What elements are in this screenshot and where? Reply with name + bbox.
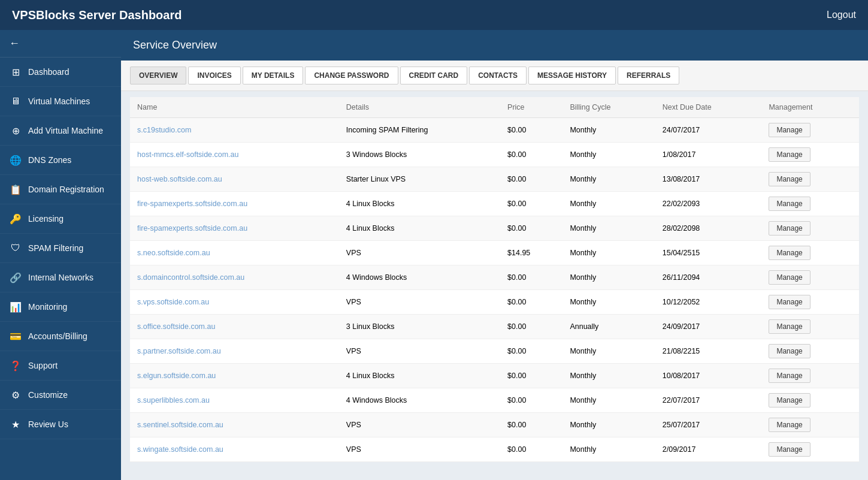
manage-button[interactable]: Manage xyxy=(769,418,810,432)
back-icon: ← xyxy=(9,37,20,50)
cell-name: s.domaincontrol.softside.com.au xyxy=(130,265,339,290)
cell-due: 24/09/2017 xyxy=(655,315,762,339)
sidebar-item-dns-zones[interactable]: 🌐 DNS Zones xyxy=(0,146,121,175)
sidebar-label-dns-zones: DNS Zones xyxy=(28,155,71,165)
sidebar-back-button[interactable]: ← xyxy=(0,30,121,58)
sidebar-item-add-virtual-machine[interactable]: ⊕ Add Virtual Machine xyxy=(0,116,121,146)
sidebar-item-monitoring[interactable]: 📊 Monitoring xyxy=(0,292,121,322)
sidebar-item-virtual-machines[interactable]: 🖥 Virtual Machines xyxy=(0,87,121,116)
sidebar-label-monitoring: Monitoring xyxy=(28,302,67,312)
cell-details: VPS xyxy=(339,290,500,315)
sidebar-item-internal-networks[interactable]: 🔗 Internal Networks xyxy=(0,263,121,292)
sidebar-label-virtual-machines: Virtual Machines xyxy=(28,96,90,106)
table-row: fire-spamexperts.softside.com.au 4 Linux… xyxy=(130,216,859,241)
manage-button[interactable]: Manage xyxy=(769,442,810,457)
sidebar-item-licensing[interactable]: 🔑 Licensing xyxy=(0,204,121,234)
cell-management: Manage xyxy=(761,241,859,265)
sidebar-item-customize[interactable]: ⚙ Customize xyxy=(0,381,121,410)
cell-price: $0.00 xyxy=(500,339,562,364)
tab-change-password[interactable]: CHANGE PASSWORD xyxy=(305,67,398,84)
cell-details: 4 Windows Blocks xyxy=(339,388,500,413)
table-row: s.domaincontrol.softside.com.au 4 Window… xyxy=(130,265,859,290)
cell-details: 4 Windows Blocks xyxy=(339,265,500,290)
table-row: s.elgun.softside.com.au 4 Linux Blocks $… xyxy=(130,364,859,388)
cell-price: $0.00 xyxy=(500,216,562,241)
cell-name: host-mmcs.elf-softside.com.au xyxy=(130,143,339,167)
table-row: s.sentinel.softside.com.au VPS $0.00 Mon… xyxy=(130,413,859,437)
cell-name: s.vps.softside.com.au xyxy=(130,290,339,315)
manage-button[interactable]: Manage xyxy=(769,221,810,236)
sidebar-label-spam-filtering: SPAM Filtering xyxy=(28,243,83,253)
sidebar-label-add-virtual-machine: Add Virtual Machine xyxy=(28,126,103,135)
table-row: host-web.softside.com.au Starter Linux V… xyxy=(130,167,859,192)
cell-name: s.c19studio.com xyxy=(130,118,339,143)
manage-button[interactable]: Manage xyxy=(769,172,810,186)
domain-registration-icon: 📋 xyxy=(9,183,22,196)
cell-details: VPS xyxy=(339,413,500,437)
cell-billing: Monthly xyxy=(562,364,655,388)
manage-button[interactable]: Manage xyxy=(769,295,810,309)
col-price: Price xyxy=(500,97,562,118)
logout-button[interactable]: Logout xyxy=(827,10,856,20)
cell-due: 1/08/2017 xyxy=(655,143,762,167)
cell-price: $0.00 xyxy=(500,192,562,216)
manage-button[interactable]: Manage xyxy=(769,344,810,358)
sidebar-item-domain-registration[interactable]: 📋 Domain Registration xyxy=(0,175,121,204)
cell-price: $0.00 xyxy=(500,143,562,167)
cell-name: s.sentinel.softside.com.au xyxy=(130,413,339,437)
table-area: Name Details Price Billing Cycle Next Du… xyxy=(121,91,868,480)
add-virtual-machine-icon: ⊕ xyxy=(9,124,22,137)
tab-invoices[interactable]: INVOICES xyxy=(188,67,240,84)
manage-button[interactable]: Manage xyxy=(769,369,810,383)
manage-button[interactable]: Manage xyxy=(769,270,810,285)
cell-management: Manage xyxy=(761,339,859,364)
sidebar-label-licensing: Licensing xyxy=(28,214,63,224)
sidebar-item-dashboard[interactable]: ⊞ Dashboard xyxy=(0,58,121,87)
cell-due: 2/09/2017 xyxy=(655,437,762,462)
cell-price: $14.95 xyxy=(500,241,562,265)
sidebar-item-review-us[interactable]: ★ Review Us xyxy=(0,410,121,439)
cell-management: Manage xyxy=(761,143,859,167)
services-table: Name Details Price Billing Cycle Next Du… xyxy=(130,97,859,462)
cell-billing: Monthly xyxy=(562,167,655,192)
manage-button[interactable]: Manage xyxy=(769,319,810,334)
manage-button[interactable]: Manage xyxy=(769,197,810,211)
cell-details: VPS xyxy=(339,241,500,265)
tab-my-details[interactable]: MY DETAILS xyxy=(243,67,304,84)
cell-management: Manage xyxy=(761,290,859,315)
sidebar-item-spam-filtering[interactable]: 🛡 SPAM Filtering xyxy=(0,234,121,263)
cell-price: $0.00 xyxy=(500,265,562,290)
sidebar-label-accounts-billing: Accounts/Billing xyxy=(28,331,87,341)
cell-management: Manage xyxy=(761,413,859,437)
tab-referrals[interactable]: REFERRALS xyxy=(618,67,679,84)
dns-zones-icon: 🌐 xyxy=(9,153,22,167)
cell-name: s.superlibbles.com.au xyxy=(130,388,339,413)
cell-details: Incoming SPAM Filtering xyxy=(339,118,500,143)
internal-networks-icon: 🔗 xyxy=(9,271,22,284)
cell-name: s.neo.softside.com.au xyxy=(130,241,339,265)
cell-due: 10/12/2052 xyxy=(655,290,762,315)
cell-price: $0.00 xyxy=(500,364,562,388)
sidebar-item-support[interactable]: ❓ Support xyxy=(0,351,121,381)
cell-details: VPS xyxy=(339,437,500,462)
tab-overview[interactable]: OVERVIEW xyxy=(130,67,186,84)
tab-message-history[interactable]: MESSAGE HISTORY xyxy=(528,67,616,84)
cell-management: Manage xyxy=(761,118,859,143)
cell-management: Manage xyxy=(761,216,859,241)
licensing-icon: 🔑 xyxy=(9,212,22,225)
col-name: Name xyxy=(130,97,339,118)
manage-button[interactable]: Manage xyxy=(769,393,810,407)
manage-button[interactable]: Manage xyxy=(769,123,810,137)
manage-button[interactable]: Manage xyxy=(769,246,810,260)
tab-contacts[interactable]: CONTACTS xyxy=(469,67,527,84)
sidebar-item-accounts-billing[interactable]: 💳 Accounts/Billing xyxy=(0,322,121,351)
cell-management: Manage xyxy=(761,437,859,462)
manage-button[interactable]: Manage xyxy=(769,147,810,162)
cell-due: 15/04/2515 xyxy=(655,241,762,265)
cell-name: host-web.softside.com.au xyxy=(130,167,339,192)
cell-due: 26/11/2094 xyxy=(655,265,762,290)
tab-credit-card[interactable]: CREDIT CARD xyxy=(400,67,468,84)
sidebar-label-review-us: Review Us xyxy=(28,419,68,429)
cell-management: Manage xyxy=(761,364,859,388)
cell-name: s.elgun.softside.com.au xyxy=(130,364,339,388)
